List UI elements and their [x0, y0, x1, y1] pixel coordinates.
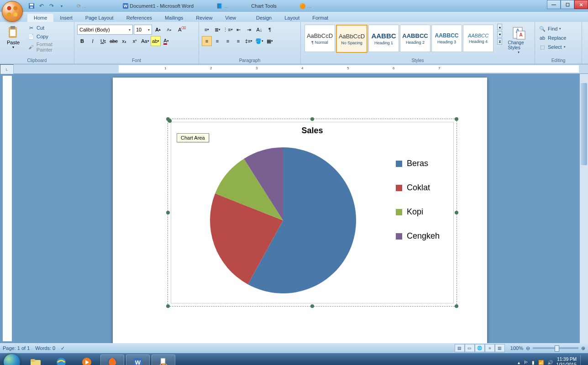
select-button[interactable]: ⬚Select ▾	[538, 43, 567, 51]
chart-object[interactable]: Chart Area Sales BerasCoklatKopiCengkeh	[168, 119, 457, 307]
legend-item-beras[interactable]: Beras	[396, 159, 440, 168]
italic-button[interactable]: I	[88, 36, 98, 46]
shrink-font-button[interactable]: A▾	[164, 25, 174, 35]
view-outline[interactable]: ≡	[485, 344, 495, 352]
chart-area[interactable]: Chart Area Sales BerasCoklatKopiCengkeh	[171, 122, 454, 303]
shading-button[interactable]: 🪣▾	[254, 36, 264, 46]
tray-show-hidden[interactable]: ▴	[518, 360, 520, 365]
view-draft[interactable]: ▥	[495, 344, 505, 352]
style-heading-3[interactable]: AABBCCHeading 3	[431, 25, 462, 52]
tab-design[interactable]: Design	[250, 14, 278, 22]
vertical-ruler[interactable]	[3, 76, 12, 341]
copy-button[interactable]: 📄Copy	[26, 32, 71, 41]
tray-clock[interactable]: 11:39 PM 1/31/2015	[556, 357, 577, 365]
resize-handle-nw[interactable]	[166, 117, 170, 121]
resize-handle-w[interactable]	[166, 211, 170, 214]
zoom-slider[interactable]	[533, 347, 578, 349]
style-heading-2[interactable]: AABBCCHeading 2	[400, 25, 430, 52]
vertical-scrollbar[interactable]	[580, 74, 588, 343]
taskbar-paint[interactable]	[152, 355, 175, 365]
horizontal-ruler[interactable]: 1234567	[119, 65, 579, 73]
resize-handle-n[interactable]	[310, 117, 314, 121]
tray-network-icon[interactable]: 📶	[538, 360, 544, 365]
numbering-button[interactable]: ≣▾	[212, 25, 222, 35]
legend-item-coklat[interactable]: Coklat	[396, 183, 440, 193]
status-words[interactable]: Words: 0	[35, 345, 55, 351]
tab-insert[interactable]: Insert	[53, 14, 79, 22]
decrease-indent-button[interactable]: ⇤	[233, 25, 243, 35]
tray-volume-icon[interactable]: 🔊	[547, 360, 553, 365]
taskbar-firefox[interactable]	[100, 355, 124, 365]
view-full-screen[interactable]: ▭	[465, 344, 475, 352]
subscript-button[interactable]: x₂	[119, 36, 129, 46]
clear-formatting-button[interactable]: A⌫	[175, 25, 185, 35]
bold-button[interactable]: B	[77, 36, 87, 46]
paste-button[interactable]: Paste ▾	[3, 23, 24, 52]
proofing-icon[interactable]: ✓	[61, 345, 65, 351]
close-button[interactable]: ✕	[574, 0, 588, 9]
view-print-layout[interactable]: ▤	[455, 344, 465, 352]
legend-item-cengkeh[interactable]: Cengkeh	[396, 231, 440, 241]
document-scroll[interactable]: Chart Area Sales BerasCoklatKopiCengkeh	[12, 74, 588, 343]
tab-review[interactable]: Review	[189, 14, 219, 22]
font-color-button[interactable]: A▾	[161, 36, 171, 46]
style-no-spacing[interactable]: AaBbCcDNo Spacing	[336, 25, 368, 53]
line-spacing-button[interactable]: ‡≡▾	[244, 36, 254, 46]
highlight-button[interactable]: ab▾	[151, 36, 161, 46]
resize-handle-se[interactable]	[455, 304, 458, 308]
change-styles-button[interactable]: AA Change Styles ▾	[505, 23, 532, 57]
replace-button[interactable]: abReplace	[538, 34, 567, 42]
maximize-button[interactable]: ☐	[561, 0, 574, 9]
redo-icon[interactable]: ↷	[47, 2, 56, 10]
tab-references[interactable]: References	[120, 14, 158, 22]
pie-chart[interactable]	[208, 145, 358, 296]
find-button[interactable]: 🔍Find ▾	[538, 25, 567, 33]
align-right-button[interactable]: ≡	[223, 36, 233, 46]
scrollbar-thumb[interactable]	[581, 83, 587, 165]
tray-battery-icon[interactable]: ▮	[532, 360, 535, 365]
styles-row-up[interactable]: ▴	[497, 24, 502, 30]
tab-format[interactable]: Format	[306, 14, 335, 22]
office-button[interactable]	[2, 1, 23, 22]
undo-icon[interactable]: ↶	[37, 2, 46, 10]
view-web-layout[interactable]: 🌐	[475, 344, 485, 352]
taskbar-ie[interactable]	[49, 355, 73, 365]
taskbar-explorer[interactable]	[24, 355, 47, 365]
change-case-button[interactable]: Aa▾	[140, 36, 150, 46]
style--normal[interactable]: AaBbCcD¶ Normal	[304, 25, 335, 52]
font-size-combo[interactable]: 10▾	[134, 25, 152, 35]
tab-home[interactable]: Home	[27, 14, 53, 22]
zoom-out-button[interactable]: ⊖	[526, 345, 530, 351]
legend-item-kopi[interactable]: Kopi	[396, 207, 440, 217]
strikethrough-button[interactable]: abc	[109, 36, 119, 46]
tab-view[interactable]: View	[219, 14, 242, 22]
resize-handle-s[interactable]	[310, 304, 314, 308]
superscript-button[interactable]: x²	[130, 36, 140, 46]
tray-flag-icon[interactable]: 🏳	[524, 360, 528, 365]
cut-button[interactable]: ✂Cut	[26, 24, 71, 32]
tab-layout[interactable]: Layout	[278, 14, 306, 22]
align-left-button[interactable]: ≡	[202, 36, 212, 46]
taskbar-word[interactable]: W	[126, 355, 150, 365]
show-desktop-button[interactable]	[580, 355, 584, 365]
font-name-combo[interactable]: Calibri (Body)▾	[77, 25, 133, 35]
style-heading-4[interactable]: AABBCCHeading 4	[463, 25, 493, 52]
status-page[interactable]: Page: 1 of 1	[3, 345, 30, 351]
taskbar-media-player[interactable]	[75, 355, 99, 365]
tab-page-layout[interactable]: Page Layout	[79, 14, 120, 22]
align-center-button[interactable]: ≡	[212, 36, 222, 46]
chart-title[interactable]: Sales	[171, 122, 453, 136]
minimize-button[interactable]: —	[547, 0, 561, 9]
borders-button[interactable]: ▦▾	[265, 36, 275, 46]
sort-button[interactable]: A↓	[254, 25, 264, 35]
tab-selector[interactable]: L	[0, 64, 14, 74]
bullets-button[interactable]: ≡▾	[202, 25, 212, 35]
save-icon[interactable]	[27, 2, 36, 10]
increase-indent-button[interactable]: ⇥	[244, 25, 254, 35]
qat-dropdown-icon[interactable]: ▾	[58, 2, 66, 10]
multilevel-button[interactable]: ⋮≡▾	[223, 25, 233, 35]
grow-font-button[interactable]: A▴	[153, 25, 163, 35]
show-marks-button[interactable]: ¶	[265, 25, 275, 35]
zoom-in-button[interactable]: ⊕	[581, 345, 585, 351]
start-button[interactable]	[2, 354, 22, 365]
